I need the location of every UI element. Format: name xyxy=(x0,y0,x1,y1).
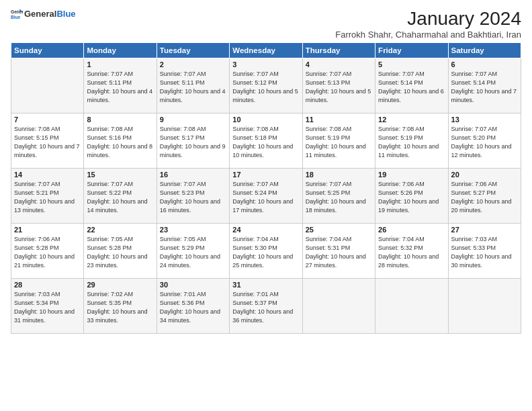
calendar-cell: 12Sunrise: 7:08 AM Sunset: 5:19 PM Dayli… xyxy=(375,113,448,169)
day-info: Sunrise: 7:08 AM Sunset: 5:19 PM Dayligh… xyxy=(378,125,445,160)
day-number: 15 xyxy=(87,171,153,179)
day-info: Sunrise: 7:08 AM Sunset: 5:16 PM Dayligh… xyxy=(87,125,153,160)
day-number: 21 xyxy=(14,226,81,234)
calendar-cell: 16Sunrise: 7:07 AM Sunset: 5:23 PM Dayli… xyxy=(157,169,229,224)
calendar-cell: 28Sunrise: 7:03 AM Sunset: 5:34 PM Dayli… xyxy=(11,279,84,334)
day-info: Sunrise: 7:07 AM Sunset: 5:13 PM Dayligh… xyxy=(306,70,372,105)
day-number: 28 xyxy=(14,281,81,289)
page-container: General Blue GeneralBlue January 2024 Fa… xyxy=(0,0,532,339)
day-info: Sunrise: 7:05 AM Sunset: 5:28 PM Dayligh… xyxy=(87,235,153,270)
day-number: 6 xyxy=(451,60,518,68)
calendar-cell: 7Sunrise: 7:08 AM Sunset: 5:15 PM Daylig… xyxy=(11,113,84,169)
calendar-cell xyxy=(448,279,521,334)
day-info: Sunrise: 7:03 AM Sunset: 5:33 PM Dayligh… xyxy=(451,235,518,270)
day-number: 31 xyxy=(232,281,299,289)
calendar-cell: 27Sunrise: 7:03 AM Sunset: 5:33 PM Dayli… xyxy=(448,224,521,279)
col-saturday: Saturday xyxy=(448,43,521,58)
day-number: 9 xyxy=(160,116,226,124)
logo: General Blue GeneralBlue xyxy=(11,8,76,20)
day-info: Sunrise: 7:04 AM Sunset: 5:30 PM Dayligh… xyxy=(232,235,299,270)
day-number: 10 xyxy=(232,116,299,124)
day-info: Sunrise: 7:03 AM Sunset: 5:34 PM Dayligh… xyxy=(14,290,81,325)
day-info: Sunrise: 7:07 AM Sunset: 5:23 PM Dayligh… xyxy=(160,180,226,215)
day-number: 30 xyxy=(160,281,226,289)
calendar-header: Sunday Monday Tuesday Wednesday Thursday… xyxy=(11,43,521,58)
calendar-cell: 1Sunrise: 7:07 AM Sunset: 5:11 PM Daylig… xyxy=(84,58,157,113)
day-info: Sunrise: 7:07 AM Sunset: 5:21 PM Dayligh… xyxy=(14,180,81,215)
day-number: 13 xyxy=(451,116,518,124)
day-number: 2 xyxy=(160,60,226,68)
calendar-body: 1Sunrise: 7:07 AM Sunset: 5:11 PM Daylig… xyxy=(11,58,521,334)
day-number: 18 xyxy=(306,171,372,179)
day-number: 26 xyxy=(378,226,445,234)
calendar-cell: 8Sunrise: 7:08 AM Sunset: 5:16 PM Daylig… xyxy=(84,113,157,169)
col-thursday: Thursday xyxy=(302,43,375,58)
day-info: Sunrise: 7:07 AM Sunset: 5:14 PM Dayligh… xyxy=(451,70,518,105)
day-info: Sunrise: 7:06 AM Sunset: 5:28 PM Dayligh… xyxy=(14,235,81,270)
day-number: 29 xyxy=(87,281,153,289)
calendar-cell: 31Sunrise: 7:01 AM Sunset: 5:37 PM Dayli… xyxy=(230,279,302,334)
day-number: 20 xyxy=(451,171,518,179)
day-number: 25 xyxy=(306,226,372,234)
day-number: 7 xyxy=(14,116,81,124)
weekday-row: Sunday Monday Tuesday Wednesday Thursday… xyxy=(11,43,521,58)
day-info: Sunrise: 7:06 AM Sunset: 5:27 PM Dayligh… xyxy=(451,180,518,215)
logo-general: General xyxy=(24,9,56,19)
day-info: Sunrise: 7:08 AM Sunset: 5:15 PM Dayligh… xyxy=(14,125,81,160)
day-info: Sunrise: 7:08 AM Sunset: 5:19 PM Dayligh… xyxy=(306,125,372,160)
day-info: Sunrise: 7:07 AM Sunset: 5:14 PM Dayligh… xyxy=(378,70,445,105)
logo-text-block: GeneralBlue xyxy=(24,9,76,19)
day-info: Sunrise: 7:05 AM Sunset: 5:29 PM Dayligh… xyxy=(160,235,226,270)
col-monday: Monday xyxy=(84,43,157,58)
month-title: January 2024 xyxy=(335,8,521,30)
calendar-cell: 20Sunrise: 7:06 AM Sunset: 5:27 PM Dayli… xyxy=(448,169,521,224)
calendar-cell: 5Sunrise: 7:07 AM Sunset: 5:14 PM Daylig… xyxy=(375,58,448,113)
day-info: Sunrise: 7:07 AM Sunset: 5:20 PM Dayligh… xyxy=(451,125,518,160)
day-info: Sunrise: 7:01 AM Sunset: 5:37 PM Dayligh… xyxy=(232,290,299,325)
calendar-cell: 23Sunrise: 7:05 AM Sunset: 5:29 PM Dayli… xyxy=(157,224,229,279)
calendar-cell xyxy=(302,279,375,334)
day-number: 14 xyxy=(14,171,81,179)
day-info: Sunrise: 7:07 AM Sunset: 5:25 PM Dayligh… xyxy=(306,180,372,215)
col-tuesday: Tuesday xyxy=(157,43,229,58)
day-number: 19 xyxy=(378,171,445,179)
svg-text:Blue: Blue xyxy=(11,15,21,19)
day-number: 16 xyxy=(160,171,226,179)
day-info: Sunrise: 7:08 AM Sunset: 5:18 PM Dayligh… xyxy=(232,125,299,160)
day-number: 3 xyxy=(232,60,299,68)
calendar-table: Sunday Monday Tuesday Wednesday Thursday… xyxy=(11,42,521,334)
calendar-cell: 25Sunrise: 7:04 AM Sunset: 5:31 PM Dayli… xyxy=(302,224,375,279)
location-subtitle: Farrokh Shahr, Chaharmahal and Bakhtiari… xyxy=(335,30,521,40)
calendar-cell: 21Sunrise: 7:06 AM Sunset: 5:28 PM Dayli… xyxy=(11,224,84,279)
day-info: Sunrise: 7:06 AM Sunset: 5:26 PM Dayligh… xyxy=(378,180,445,215)
col-wednesday: Wednesday xyxy=(230,43,302,58)
calendar-cell: 24Sunrise: 7:04 AM Sunset: 5:30 PM Dayli… xyxy=(230,224,302,279)
calendar-week-row: 21Sunrise: 7:06 AM Sunset: 5:28 PM Dayli… xyxy=(11,224,521,279)
calendar-cell: 14Sunrise: 7:07 AM Sunset: 5:21 PM Dayli… xyxy=(11,169,84,224)
day-number: 1 xyxy=(87,60,153,68)
day-number: 12 xyxy=(378,116,445,124)
calendar-cell: 26Sunrise: 7:04 AM Sunset: 5:32 PM Dayli… xyxy=(375,224,448,279)
day-number: 23 xyxy=(160,226,226,234)
calendar-cell: 22Sunrise: 7:05 AM Sunset: 5:28 PM Dayli… xyxy=(84,224,157,279)
calendar-week-row: 14Sunrise: 7:07 AM Sunset: 5:21 PM Dayli… xyxy=(11,169,521,224)
day-info: Sunrise: 7:04 AM Sunset: 5:32 PM Dayligh… xyxy=(378,235,445,270)
calendar-cell: 11Sunrise: 7:08 AM Sunset: 5:19 PM Dayli… xyxy=(302,113,375,169)
calendar-cell xyxy=(11,58,84,113)
header: General Blue GeneralBlue January 2024 Fa… xyxy=(11,8,521,40)
day-number: 17 xyxy=(232,171,299,179)
calendar-week-row: 1Sunrise: 7:07 AM Sunset: 5:11 PM Daylig… xyxy=(11,58,521,113)
calendar-cell: 13Sunrise: 7:07 AM Sunset: 5:20 PM Dayli… xyxy=(448,113,521,169)
day-number: 4 xyxy=(306,60,372,68)
calendar-cell: 3Sunrise: 7:07 AM Sunset: 5:12 PM Daylig… xyxy=(230,58,302,113)
calendar-week-row: 28Sunrise: 7:03 AM Sunset: 5:34 PM Dayli… xyxy=(11,279,521,334)
day-info: Sunrise: 7:04 AM Sunset: 5:31 PM Dayligh… xyxy=(306,235,372,270)
day-number: 24 xyxy=(232,226,299,234)
day-number: 11 xyxy=(306,116,372,124)
calendar-cell: 30Sunrise: 7:01 AM Sunset: 5:36 PM Dayli… xyxy=(157,279,229,334)
day-number: 22 xyxy=(87,226,153,234)
col-sunday: Sunday xyxy=(11,43,84,58)
day-number: 8 xyxy=(87,116,153,124)
calendar-cell xyxy=(375,279,448,334)
day-number: 5 xyxy=(378,60,445,68)
